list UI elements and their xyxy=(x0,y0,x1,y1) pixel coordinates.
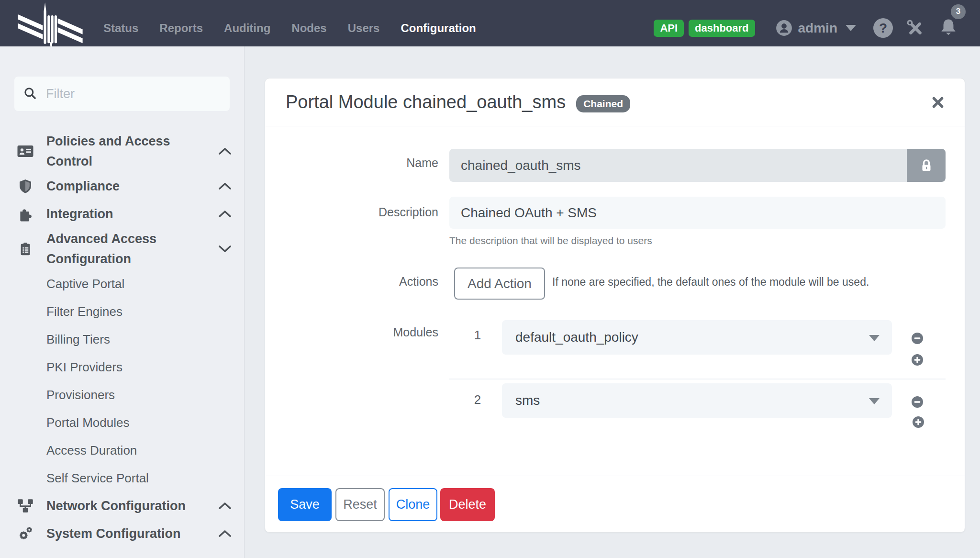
clipboard-list-icon xyxy=(14,240,36,257)
module-type-badge: Chained xyxy=(576,95,630,112)
bell-icon xyxy=(938,17,959,38)
config-sidebar: Policies and Access Control Compliance xyxy=(0,46,245,558)
save-button[interactable]: Save xyxy=(278,488,332,521)
sidebar-section-label: Network Configuration xyxy=(46,496,218,516)
sidebar-section-policies[interactable]: Policies and Access Control xyxy=(0,130,245,172)
notification-count-badge: 3 xyxy=(951,4,966,19)
sidebar-item-label: Captive Portal xyxy=(46,274,232,294)
plus-circle-icon xyxy=(911,354,924,366)
navbar-right-cluster: API dashboard admin ? xyxy=(654,17,959,40)
filter-input[interactable] xyxy=(45,86,221,102)
minus-circle-icon xyxy=(911,332,924,345)
sidebar-item-access-duration[interactable]: Access Duration xyxy=(0,436,245,464)
notifications-bell[interactable]: 3 xyxy=(938,17,959,40)
nav-configuration[interactable]: Configuration xyxy=(401,22,476,35)
chevron-down-icon xyxy=(846,25,856,31)
sidebar-section-label: Compliance xyxy=(46,176,218,196)
sidebar-item-label: PKI Providers xyxy=(46,357,232,377)
actions-help-text: If none are specified, the default ones … xyxy=(552,276,869,289)
tools-icon[interactable] xyxy=(905,18,925,38)
sidebar-section-system-configuration[interactable]: System Configuration xyxy=(0,520,245,547)
lock-button[interactable] xyxy=(907,149,946,182)
module-row-index: 1 xyxy=(463,328,492,343)
sidebar-item-label: Provisioners xyxy=(46,385,232,405)
username: admin xyxy=(798,21,837,36)
sidebar-item-label: Billing Tiers xyxy=(46,329,232,349)
chevron-down-icon xyxy=(869,335,880,341)
sidebar-item-portal-modules[interactable]: Portal Modules xyxy=(0,409,245,436)
sidebar-item-billing-tiers[interactable]: Billing Tiers xyxy=(0,325,245,353)
puzzle-icon xyxy=(14,206,36,222)
name-input-group xyxy=(449,149,946,182)
sidebar-section-advanced-access[interactable]: Advanced Access Configuration xyxy=(0,228,245,270)
add-module-button[interactable] xyxy=(912,416,924,428)
card-header: Portal Module chained_oauth_sms Chained xyxy=(265,78,965,126)
sidebar-section-compliance[interactable]: Compliance xyxy=(0,172,245,200)
sidebar-item-pki-providers[interactable]: PKI Providers xyxy=(0,353,245,381)
plus-circle-icon xyxy=(912,416,924,428)
close-icon[interactable] xyxy=(929,94,947,111)
chevron-up-icon xyxy=(218,529,232,538)
sidebar-item-label: Access Duration xyxy=(46,440,232,460)
add-action-button[interactable]: Add Action xyxy=(454,268,545,300)
sidebar-item-provisioners[interactable]: Provisioners xyxy=(0,381,245,409)
modules-label: Modules xyxy=(265,325,438,339)
network-icon xyxy=(14,497,36,514)
nav-auditing[interactable]: Auditing xyxy=(224,22,270,35)
module-row-divider xyxy=(449,379,946,379)
remove-module-button[interactable] xyxy=(911,332,924,345)
chevron-up-icon xyxy=(218,146,232,156)
sidebar-item-label: Filter Engines xyxy=(46,301,232,322)
user-icon xyxy=(774,18,794,38)
portal-module-card: Portal Module chained_oauth_sms Chained … xyxy=(265,78,965,533)
sidebar-section-integration[interactable]: Integration xyxy=(0,200,245,228)
id-card-icon xyxy=(14,143,36,160)
nav-reports[interactable]: Reports xyxy=(159,22,203,35)
reset-button[interactable]: Reset xyxy=(335,488,385,521)
sidebar-menu: Policies and Access Control Compliance xyxy=(0,130,245,547)
help-icon[interactable]: ? xyxy=(873,18,893,38)
chevron-down-icon xyxy=(218,244,232,254)
app-screen: Status Reports Auditing Nodes Users Conf… xyxy=(0,0,980,558)
description-input[interactable] xyxy=(449,197,946,229)
module-select-value: default_oauth_policy xyxy=(515,330,638,345)
sidebar-section-label: Advanced Access Configuration xyxy=(46,229,218,269)
nav-users[interactable]: Users xyxy=(348,22,380,35)
sidebar-item-filter-engines[interactable]: Filter Engines xyxy=(0,298,245,325)
chevron-up-icon xyxy=(218,209,232,219)
chevron-up-icon xyxy=(218,181,232,191)
module-select-1[interactable]: default_oauth_policy xyxy=(502,320,892,355)
sidebar-section-label: Integration xyxy=(46,204,218,224)
name-label: Name xyxy=(265,156,438,170)
sidebar-item-self-service-portal[interactable]: Self Service Portal xyxy=(0,464,245,492)
gears-icon xyxy=(14,525,36,542)
delete-button[interactable]: Delete xyxy=(440,488,495,521)
barbed-wire-logo-icon xyxy=(14,1,86,51)
sidebar-item-label: Self Service Portal xyxy=(46,468,232,488)
dashboard-badge[interactable]: dashboard xyxy=(689,20,755,37)
user-menu[interactable]: admin xyxy=(774,18,856,38)
add-module-button[interactable] xyxy=(911,354,924,366)
sidebar-section-label: System Configuration xyxy=(46,524,218,544)
description-label: Description xyxy=(265,205,438,219)
packetfence-logo[interactable] xyxy=(0,1,100,48)
module-select-2[interactable]: sms xyxy=(502,383,892,418)
api-badge[interactable]: API xyxy=(654,20,684,37)
shield-icon xyxy=(14,178,36,194)
top-navbar: Status Reports Auditing Nodes Users Conf… xyxy=(0,0,980,46)
page-title: Portal Module chained_oauth_sms xyxy=(286,92,566,112)
sidebar-section-network-configuration[interactable]: Network Configuration xyxy=(0,492,245,520)
search-icon xyxy=(23,86,38,101)
lock-icon xyxy=(918,157,935,174)
sidebar-section-label: Policies and Access Control xyxy=(46,131,218,171)
clone-button[interactable]: Clone xyxy=(389,488,437,521)
sidebar-item-label: Portal Modules xyxy=(46,413,232,433)
nav-status[interactable]: Status xyxy=(103,22,138,35)
nav-nodes[interactable]: Nodes xyxy=(291,22,326,35)
remove-module-button[interactable] xyxy=(911,396,924,408)
sidebar-item-captive-portal[interactable]: Captive Portal xyxy=(0,270,245,298)
main-nav: Status Reports Auditing Nodes Users Conf… xyxy=(103,22,476,35)
chevron-up-icon xyxy=(218,501,232,511)
sidebar-filter[interactable] xyxy=(14,77,230,111)
wrench-screwdriver-icon xyxy=(905,18,925,38)
